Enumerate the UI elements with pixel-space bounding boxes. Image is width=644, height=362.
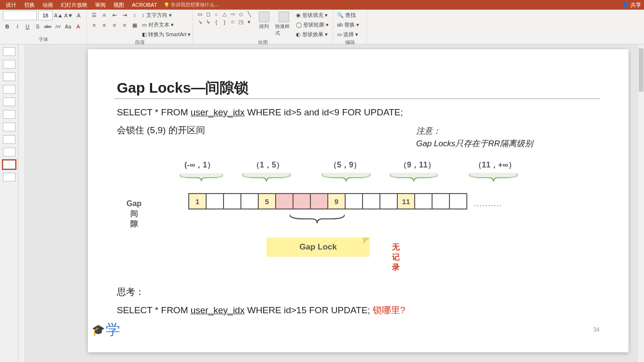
scrollbar-thumb[interactable] [639, 48, 644, 92]
explanation-line: 会锁住 (5,9) 的开区间 [117, 124, 205, 137]
brace-3 [315, 173, 378, 182]
tab-view[interactable]: 视图 [110, 0, 128, 10]
arrange-icon [259, 12, 269, 22]
spacing-button[interactable]: AV [54, 22, 62, 31]
bullets-button[interactable]: ☰ [90, 11, 98, 19]
shape-fill-button[interactable]: ◉形状填充 ▾ [295, 11, 330, 19]
font-color-button[interactable]: A [74, 22, 83, 31]
group-font: A▲ A▼ A B I U S abc AV Aa A 字体 [0, 10, 87, 44]
align-center-button[interactable]: ≡ [100, 21, 109, 29]
bold-button[interactable]: B [3, 22, 12, 31]
shape-diamond-icon[interactable]: ◇ [237, 11, 245, 18]
indent-dec-button[interactable]: ⇤ [110, 11, 119, 19]
tab-review[interactable]: 审阅 [91, 0, 110, 10]
tab-slideshow[interactable]: 幻灯片放映 [57, 0, 91, 10]
thumb-6[interactable] [3, 110, 15, 119]
align-right-button[interactable]: ≡ [110, 21, 119, 29]
shape-more-icon[interactable]: ▾ [245, 18, 253, 26]
effects-icon: ◐ [296, 31, 301, 38]
thumb-7[interactable] [3, 123, 15, 131]
tell-me[interactable]: 💡 告诉我您想要做什么... [164, 1, 218, 8]
replace-button[interactable]: ab替换 ▾ [336, 20, 360, 29]
brace-5 [450, 173, 537, 182]
shapes-gallery[interactable]: ▭ ◻ ○ △ ⇨ ◇ ╲ ↘ ↳ { } ☆ ◳ ▾ [196, 11, 253, 26]
shape-effects-button[interactable]: ◐形状效果 ▾ [295, 30, 330, 39]
thumb-5[interactable] [3, 97, 15, 106]
shape-connector-icon[interactable]: ↘ [196, 18, 204, 26]
thumb-3[interactable] [3, 72, 15, 81]
indent-inc-button[interactable]: ⇥ [120, 11, 129, 19]
sql-statement-1: SELECT * FROM user_key_idx WHERE id>5 an… [117, 107, 403, 118]
grow-font-button[interactable]: A▲ [54, 11, 63, 20]
svg-rect-4 [469, 173, 518, 178]
underline-button[interactable]: U [23, 22, 32, 31]
numbering-button[interactable]: ≡ [100, 11, 109, 19]
align-text-button[interactable]: ▭对齐文本 ▾ [141, 20, 192, 29]
clear-format-button[interactable]: A [74, 11, 83, 20]
brace-2 [235, 173, 298, 182]
group-drawing: ▭ ◻ ○ △ ⇨ ◇ ╲ ↘ ↳ { } ☆ ◳ ▾ 排列 快速样式 ◉形状填… [193, 10, 333, 44]
columns-button[interactable]: ▦ [130, 21, 139, 29]
text-direction-button[interactable]: ↕文字方向 ▾ [141, 11, 192, 19]
shape-circle-icon[interactable]: ○ [212, 11, 220, 18]
thumb-11[interactable] [3, 173, 15, 181]
think-heading: 思考： [117, 286, 144, 298]
slide-canvas-area[interactable]: Gap Locks—间隙锁 SELECT * FROM user_key_idx… [25, 44, 644, 362]
shape-triangle-icon[interactable]: △ [221, 11, 228, 18]
tell-me-text: 告诉我您想要做什么... [171, 1, 218, 8]
value-cell [293, 193, 311, 209]
thumb-9[interactable] [3, 148, 15, 156]
smartart-button[interactable]: ◧转换为 SmartArt ▾ [141, 30, 192, 39]
tab-design[interactable]: 设计 [2, 0, 20, 10]
shape-square-icon[interactable]: ◻ [204, 11, 212, 18]
sql-statement-2: SELECT * FROM user_key_idx WHERE id>15 F… [117, 304, 405, 317]
brace-4 [390, 173, 438, 182]
value-cell: 9 [327, 193, 346, 209]
find-button[interactable]: 🔍查找 [336, 11, 360, 19]
thumb-1[interactable] [3, 47, 15, 56]
share-button[interactable]: 👤 共享 [622, 1, 641, 9]
justify-button[interactable]: ≡ [120, 21, 129, 29]
tab-animations[interactable]: 动画 [39, 0, 57, 10]
italic-button[interactable]: I [13, 22, 22, 31]
font-name-input[interactable] [3, 11, 37, 20]
shape-elbow-icon[interactable]: ↳ [204, 18, 212, 26]
shape-outline-button[interactable]: ◯形状轮廓 ▾ [295, 20, 330, 29]
thumb-current[interactable] [3, 160, 15, 169]
note-body: Gap Locks只存在于RR隔离级别 [416, 138, 533, 149]
workspace: Gap Locks—间隙锁 SELECT * FROM user_key_idx… [0, 44, 644, 362]
strike-button[interactable]: abc [43, 22, 52, 31]
font-size-input[interactable] [38, 11, 53, 20]
find-icon: 🔍 [337, 12, 344, 18]
shape-line-icon[interactable]: ╲ [245, 11, 253, 18]
thumb-8[interactable] [3, 135, 15, 144]
tab-transitions[interactable]: 切换 [20, 0, 39, 10]
shape-arrow-icon[interactable]: ⇨ [229, 11, 237, 18]
interval-3: （5，9） [329, 160, 361, 170]
value-cell: 1 [188, 193, 207, 209]
shape-lbrace-icon[interactable]: { [212, 18, 220, 26]
shape-star-icon[interactable]: ☆ [229, 18, 237, 26]
value-cell [240, 193, 259, 209]
arrange-button[interactable]: 排列 [255, 11, 273, 30]
vertical-scrollbar[interactable] [637, 44, 644, 362]
shape-callout-icon[interactable]: ◳ [237, 18, 245, 26]
align-left-button[interactable]: ≡ [90, 21, 98, 29]
thumb-4[interactable] [3, 85, 15, 94]
slide[interactable]: Gap Locks—间隙锁 SELECT * FROM user_key_idx… [88, 49, 629, 352]
tab-acrobat[interactable]: ACROBAT [128, 0, 161, 10]
thumb-2[interactable] [3, 60, 15, 69]
case-button[interactable]: Aa [64, 22, 72, 31]
value-cell [206, 193, 224, 209]
quick-styles-button[interactable]: 快速样式 [275, 11, 294, 37]
ruler-gutter [18, 44, 25, 362]
shape-rect-icon[interactable]: ▭ [196, 11, 204, 18]
line-spacing-button[interactable]: ↕ [130, 11, 139, 19]
select-button[interactable]: ▭选择 ▾ [336, 30, 360, 39]
shadow-button[interactable]: S [33, 22, 42, 31]
shrink-font-button[interactable]: A▼ [64, 11, 73, 20]
fill-icon: ◉ [296, 12, 301, 18]
shape-rbrace-icon[interactable]: } [221, 18, 228, 26]
value-cell [223, 193, 241, 209]
note-heading: 注意： [416, 125, 441, 137]
